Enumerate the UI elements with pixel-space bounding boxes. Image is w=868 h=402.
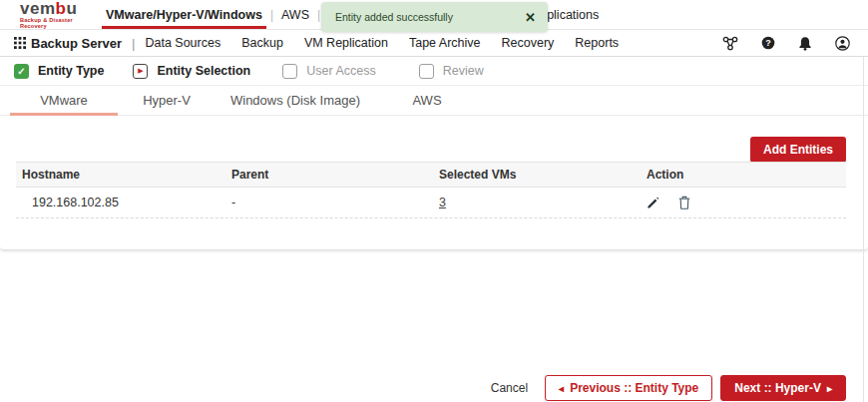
step-user-access[interactable]: User Access (282, 64, 375, 79)
cancel-button[interactable]: Cancel (491, 381, 528, 395)
col-selected-vms: Selected VMs (433, 163, 641, 187)
nav-separator: | (132, 36, 135, 51)
tab-hyper-v[interactable]: Hyper-V (124, 86, 210, 115)
backup-server-menu[interactable]: Backup Server (14, 36, 122, 51)
backup-server-label: Backup Server (31, 36, 122, 51)
nav-item-recovery[interactable]: Recovery (502, 36, 555, 50)
right-arrow-icon: ▸ (827, 383, 832, 394)
col-hostname: Hostname (16, 163, 225, 187)
step-label: Entity Type (38, 64, 104, 78)
step-entity-selection[interactable]: ▶ Entity Selection (133, 64, 250, 79)
step-review[interactable]: Review (419, 64, 484, 79)
main-nav: Backup Server | Data Sources Backup VM R… (0, 30, 868, 57)
svg-text:?: ? (765, 38, 771, 48)
logo-tagline: Backup & Disaster Recovery (20, 18, 90, 29)
toast-message: Entity added successfully (335, 11, 525, 23)
col-parent: Parent (225, 163, 433, 187)
entity-type-tabs: VMware Hyper-V Windows (Disk Image) AWS (0, 86, 868, 116)
table-row: 192.168.102.85 - 3 (16, 188, 846, 218)
step-checkbox-empty (419, 64, 434, 79)
toast-success: Entity added successfully ✕ (321, 2, 548, 32)
apps-grid-icon (14, 37, 26, 49)
col-action: Action (641, 163, 846, 187)
step-checkbox-empty (282, 64, 297, 79)
entities-table: Hostname Parent Selected VMs Action 192.… (16, 162, 846, 218)
nav-item-vm-replication[interactable]: VM Replication (304, 36, 388, 50)
step-entity-type[interactable]: ✓ Entity Type (14, 64, 104, 79)
previous-button[interactable]: ◂ Previous :: Entity Type (545, 375, 712, 401)
logo-text: vembu (20, 0, 90, 17)
nav-item-reports[interactable]: Reports (575, 36, 619, 50)
toast-close-icon[interactable]: ✕ (525, 10, 536, 25)
add-entities-button[interactable]: Add Entities (750, 137, 846, 163)
product-tab-aws[interactable]: AWS (273, 0, 317, 29)
help-icon[interactable]: ? (761, 36, 775, 50)
bell-icon[interactable] (798, 36, 812, 51)
table-header: Hostname Parent Selected VMs Action (16, 162, 846, 188)
tab-vmware[interactable]: VMware (10, 86, 118, 115)
entities-panel: Add Entities Hostname Parent Selected VM… (0, 116, 868, 249)
cell-hostname: 192.168.102.85 (16, 188, 225, 217)
nav-icons: ? (722, 36, 850, 51)
delete-icon[interactable] (678, 196, 690, 209)
wizard-footer: Cancel ◂ Previous :: Entity Type Next ::… (491, 375, 846, 401)
product-tab-vmware-hyperv-windows[interactable]: VMware/Hyper-V/Windows (98, 0, 270, 29)
edit-icon[interactable] (647, 197, 659, 209)
network-icon[interactable] (722, 36, 738, 51)
cell-actions (641, 188, 846, 217)
step-label: Entity Selection (157, 64, 250, 78)
left-arrow-icon: ◂ (559, 383, 564, 394)
nav-items: Data Sources Backup VM Replication Tape … (145, 36, 619, 50)
tab-aws[interactable]: AWS (397, 86, 457, 115)
next-button[interactable]: Next :: Hyper-V ▸ (720, 375, 846, 401)
user-icon[interactable] (835, 36, 850, 51)
nav-item-data-sources[interactable]: Data Sources (145, 36, 220, 50)
step-play-icon: ▶ (133, 64, 148, 79)
next-label: Next :: Hyper-V (734, 381, 821, 395)
right-edge-divider (863, 57, 864, 402)
selected-vms-link[interactable]: 3 (439, 196, 446, 209)
step-label: Review (443, 64, 484, 78)
wizard-steps: ✓ Entity Type ▶ Entity Selection User Ac… (0, 57, 868, 86)
step-label: User Access (306, 64, 375, 78)
step-check-icon: ✓ (14, 64, 29, 79)
cell-parent: - (225, 188, 433, 217)
tab-windows-disk-image[interactable]: Windows (Disk Image) (225, 86, 365, 115)
nav-item-tape-archive[interactable]: Tape Archive (409, 36, 481, 50)
previous-label: Previous :: Entity Type (570, 381, 698, 395)
nav-item-backup[interactable]: Backup (241, 36, 283, 50)
vembu-logo: vembu Backup & Disaster Recovery (20, 0, 90, 29)
